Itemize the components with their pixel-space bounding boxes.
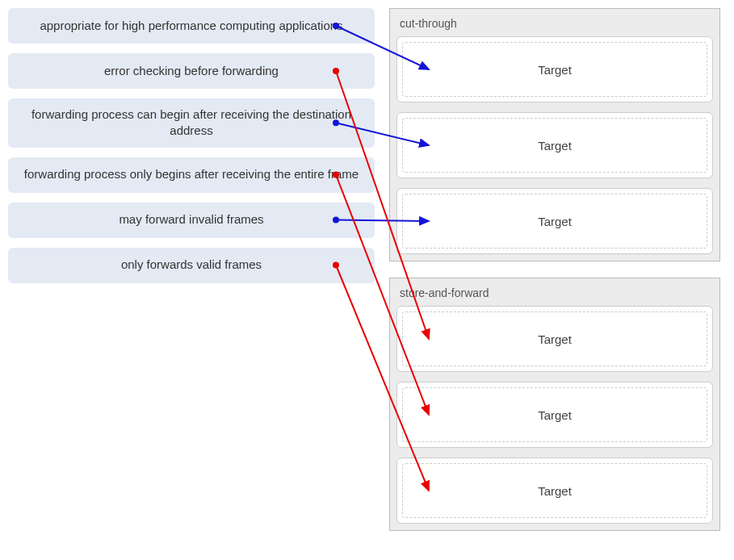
drop-target[interactable]: Target: [396, 112, 713, 178]
source-item-label: appropriate for high performance computi…: [40, 18, 342, 34]
target-group: store-and-forwardTargetTargetTarget: [389, 278, 720, 531]
source-item-label: may forward invalid frames: [119, 211, 263, 228]
drop-target-label: Target: [402, 387, 707, 442]
source-item[interactable]: appropriate for high performance computi…: [8, 8, 375, 44]
source-item[interactable]: only forwards valid frames: [8, 248, 375, 283]
source-item[interactable]: forwarding process can begin after recei…: [8, 98, 375, 148]
drop-target-label: Target: [402, 194, 707, 249]
drop-target-label: Target: [402, 311, 707, 366]
group-title: store-and-forward: [396, 285, 713, 306]
source-item-label: forwarding process only begins after rec…: [24, 166, 359, 182]
drop-target-label: Target: [402, 42, 707, 97]
source-item[interactable]: may forward invalid frames: [8, 203, 375, 238]
drop-target-label: Target: [402, 118, 707, 173]
drop-target-label: Target: [402, 463, 707, 518]
drop-target[interactable]: Target: [396, 188, 713, 254]
group-title: cut-through: [396, 15, 713, 36]
source-item-label: forwarding process can begin after recei…: [21, 107, 362, 140]
drop-target[interactable]: Target: [396, 458, 713, 524]
source-item-label: error checking before forwarding: [104, 63, 279, 79]
source-list: appropriate for high performance computi…: [8, 8, 375, 531]
source-item-label: only forwards valid frames: [121, 257, 262, 273]
source-item[interactable]: error checking before forwarding: [8, 53, 375, 89]
drop-target[interactable]: Target: [396, 36, 713, 102]
target-groups: cut-throughTargetTargetTargetstore-and-f…: [389, 8, 720, 531]
drop-target[interactable]: Target: [396, 382, 713, 448]
source-item[interactable]: forwarding process only begins after rec…: [8, 157, 375, 193]
drop-target[interactable]: Target: [396, 306, 713, 372]
target-group: cut-throughTargetTargetTarget: [389, 8, 720, 261]
